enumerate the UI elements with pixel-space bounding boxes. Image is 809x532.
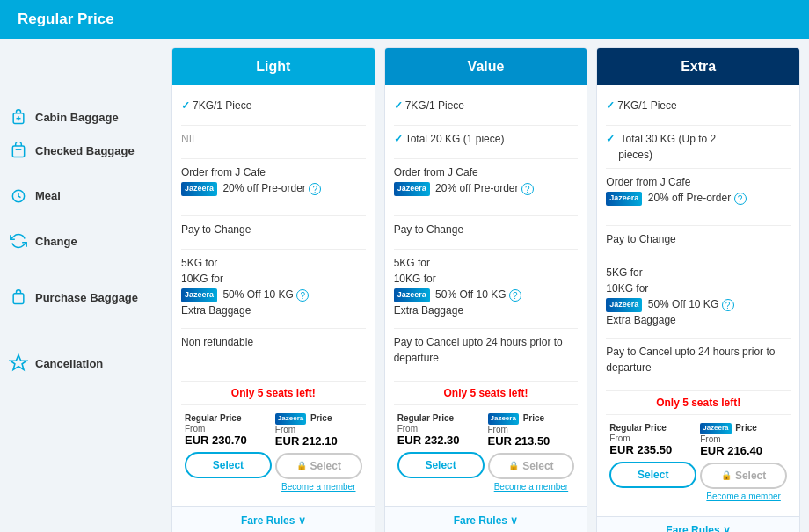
- cancellation-label: Cancellation: [35, 357, 103, 370]
- value-body: ✓7KG/1 Piece ✓Total 20 KG (1 piece) Orde…: [385, 85, 587, 506]
- light-select-regular-button[interactable]: Select: [185, 452, 272, 478]
- value-cancel: Pay to Cancel upto 24 hours prior to dep…: [394, 329, 579, 382]
- value-select-jameel-button[interactable]: 🔒 Select: [488, 453, 575, 479]
- light-fare-rules[interactable]: Fare Rules ∨: [172, 506, 375, 532]
- cabin-baggage-icon: [9, 107, 28, 127]
- extra-regular-price: Regular Price From EUR 235.50 Select: [609, 422, 696, 504]
- extra-cabin: ✓7KG/1 Piece: [606, 92, 791, 126]
- extra-become-member[interactable]: Become a member: [700, 489, 787, 504]
- value-change: Pay to Change: [394, 216, 579, 250]
- extra-cancel: Pay to Cancel upto 24 hours prior to dep…: [606, 339, 791, 391]
- light-cabin: ✓7KG/1 Piece: [181, 92, 366, 126]
- light-checked: NIL: [181, 126, 366, 159]
- extra-header: Extra: [597, 48, 799, 85]
- value-fare-rules[interactable]: Fare Rules ∨: [385, 506, 587, 532]
- fare-col-value: Value ✓7KG/1 Piece ✓Total 20 KG (1 piece…: [384, 47, 588, 532]
- label-cancellation: Cancellation: [9, 337, 171, 390]
- value-purchase: 5KG for 10KG for Jazeera 50% Off 10 KG ?…: [394, 250, 579, 329]
- main-content: Cabin Baggage Checked Baggage: [0, 39, 809, 532]
- svg-rect-3: [12, 146, 24, 157]
- page-wrapper: Regular Price Cabin Baggage: [0, 0, 809, 532]
- label-meal: Meal: [9, 167, 171, 224]
- light-regular-price: Regular Price From EUR 230.70 Select: [185, 412, 272, 494]
- label-change: Change: [9, 224, 171, 258]
- extra-body: ✓7KG/1 Piece ✓ Total 30 KG (Up to 2 piec…: [597, 85, 799, 516]
- header-bar: Regular Price: [0, 0, 809, 39]
- extra-select-regular-button[interactable]: Select: [609, 462, 696, 488]
- light-body: ✓7KG/1 Piece NIL Order from J Cafe Jazee…: [172, 85, 375, 506]
- change-label: Change: [35, 235, 77, 248]
- extra-select-jameel-button[interactable]: 🔒 Select: [700, 463, 787, 489]
- value-cabin: ✓7KG/1 Piece: [394, 92, 579, 126]
- fare-col-light: Light ✓7KG/1 Piece NIL Order from J Cafe: [171, 47, 375, 532]
- checked-baggage-icon: [9, 141, 28, 160]
- label-cabin-baggage: Cabin Baggage: [9, 100, 171, 134]
- meal-help-icon-light[interactable]: ?: [309, 183, 321, 195]
- label-checked-baggage: Checked Baggage: [9, 134, 171, 167]
- purchase-help-icon-value[interactable]: ?: [509, 289, 521, 302]
- labels-column: Cabin Baggage Checked Baggage: [9, 47, 171, 532]
- meal-help-icon-extra[interactable]: ?: [734, 193, 747, 205]
- value-checked: ✓Total 20 KG (1 piece): [394, 126, 579, 159]
- light-select-jameel-button[interactable]: 🔒 Select: [275, 453, 362, 479]
- change-icon: [9, 231, 28, 251]
- extra-checked: ✓ Total 30 KG (Up to 2 pieces): [606, 126, 791, 169]
- light-pricing: Regular Price From EUR 230.70 Select Jaz…: [181, 405, 366, 499]
- extra-pricing: Regular Price From EUR 235.50 Select Jaz…: [606, 415, 791, 509]
- extra-purchase: 5KG for 10KG for Jazeera 50% Off 10 KG ?…: [606, 259, 791, 339]
- value-become-member[interactable]: Become a member: [488, 479, 575, 494]
- light-jameel-price: Jazeera Price From EUR 212.10 🔒 Select B…: [275, 412, 362, 494]
- purchase-help-icon-extra[interactable]: ?: [722, 299, 734, 311]
- lock-icon-extra: 🔒: [721, 470, 732, 480]
- light-header: Light: [172, 48, 375, 85]
- purchase-help-icon-light[interactable]: ?: [296, 289, 309, 302]
- purchase-baggage-label: Purchase Baggage: [35, 291, 138, 304]
- lock-icon-light: 🔒: [296, 461, 307, 470]
- light-become-member[interactable]: Become a member: [275, 479, 362, 494]
- extra-fare-rules[interactable]: Fare Rules ∨: [597, 516, 799, 532]
- light-seats-left: Only 5 seats left!: [181, 382, 366, 405]
- light-purchase: 5KG for 10KG for Jazeera 50% Off 10 KG ?…: [181, 250, 366, 329]
- checked-baggage-label: Checked Baggage: [35, 144, 135, 157]
- extra-seats-left: Only 5 seats left!: [606, 391, 791, 415]
- value-pricing: Regular Price From EUR 232.30 Select Jaz…: [394, 405, 579, 499]
- svg-rect-6: [13, 294, 24, 304]
- extra-meal: Order from J Cafe Jazeera 20% off Pre-or…: [606, 169, 791, 226]
- page-title: Regular Price: [18, 11, 791, 28]
- label-purchase-baggage: Purchase Baggage: [9, 258, 171, 337]
- lock-icon-value: 🔒: [508, 461, 519, 470]
- light-change: Pay to Change: [181, 216, 366, 250]
- light-cancel: Non refundable: [181, 329, 366, 382]
- value-meal: Order from J Cafe Jazeera 20% off Pre-or…: [394, 159, 579, 216]
- meal-label: Meal: [35, 189, 61, 202]
- value-seats-left: Only 5 seats left!: [394, 382, 579, 405]
- cancellation-icon: [9, 353, 28, 373]
- meal-help-icon-value[interactable]: ?: [521, 183, 534, 195]
- meal-icon: [9, 186, 28, 206]
- fare-columns: Light ✓7KG/1 Piece NIL Order from J Cafe: [171, 47, 800, 532]
- value-regular-price: Regular Price From EUR 232.30 Select: [397, 412, 485, 494]
- fare-col-extra: Extra ✓7KG/1 Piece ✓ Total 30 KG (Up to …: [596, 47, 800, 532]
- light-meal: Order from J Cafe Jazeera 20% off Pre-or…: [181, 159, 366, 216]
- cabin-baggage-label: Cabin Baggage: [35, 111, 119, 124]
- value-jameel-price: Jazeera Price From EUR 213.50 🔒 Select B…: [488, 412, 575, 494]
- purchase-baggage-icon: [9, 288, 28, 307]
- value-header: Value: [385, 48, 587, 85]
- value-select-regular-button[interactable]: Select: [397, 452, 485, 478]
- extra-change: Pay to Change: [606, 226, 791, 259]
- extra-jameel-price: Jazeera Price From EUR 216.40 🔒 Select B…: [700, 422, 787, 504]
